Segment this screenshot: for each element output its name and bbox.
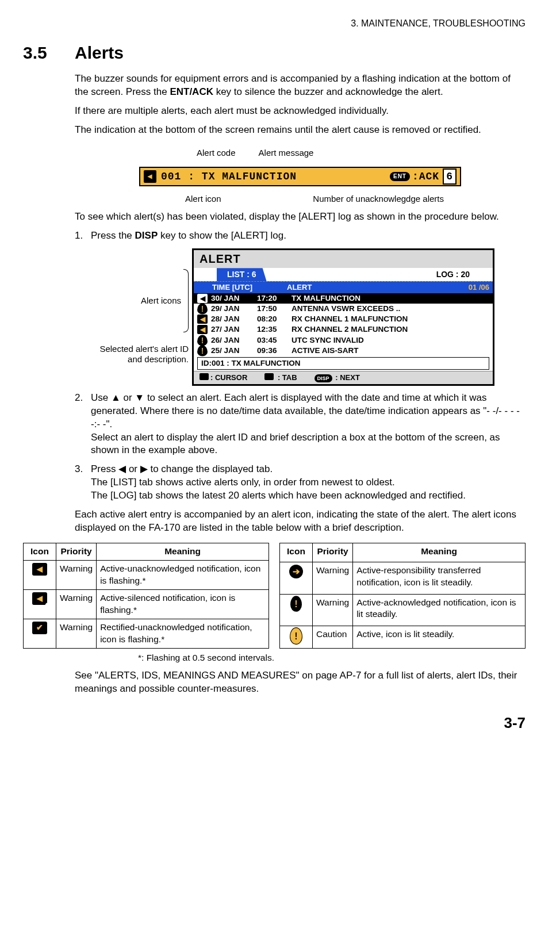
callout-alert-code: Alert code	[197, 147, 236, 159]
step-1: 1. Press the DISP key to show the [ALERT…	[75, 229, 526, 385]
brace-icon	[183, 269, 189, 332]
alert-row: !26/ JAN03:45UTC SYNC INVALID	[194, 335, 493, 346]
alert-icon-table: Icon Priority Meaning Warning Active-una…	[23, 543, 526, 648]
intro-para-3: The indication at the bottom of the scre…	[75, 124, 526, 137]
table-footnote: *: Flashing at 0.5 second intervals.	[138, 652, 526, 664]
screen-title: ALERT	[194, 250, 493, 268]
table-row: Warning Active-unacknowledged notificati…	[24, 561, 269, 590]
page-indicator: 01 /06	[469, 282, 489, 293]
callout-alert-message: Alert message	[259, 147, 314, 159]
callout-alert-icons: Alert icons	[141, 295, 181, 306]
ent-key-icon: ENT	[390, 172, 410, 181]
th-meaning: Meaning	[97, 543, 269, 561]
alert-row: ◀30/ JAN17:20TX MALFUNCTION	[194, 293, 493, 304]
para-icon-intro: Each active alert entry is accompanied b…	[75, 508, 526, 535]
table-row: Warning Active-acknowledged notification…	[280, 594, 526, 626]
ack-label: :ACK	[412, 170, 439, 183]
alert-sep: :	[188, 170, 195, 183]
footer-tab: : TAB	[264, 373, 297, 383]
th-priority: Priority	[313, 543, 353, 562]
speaker-icon: ◀	[197, 294, 208, 303]
warning-ack-icon	[290, 596, 302, 612]
alert-row: !29/ JAN17:50ANTENNA VSWR EXCEEDS ..	[194, 304, 493, 314]
selected-alert-detail: ID:001 : TX MALFUNCTION	[197, 357, 489, 370]
col-alert: ALERT	[287, 282, 469, 293]
exclamation-icon: !	[197, 335, 208, 346]
alert-log-screen: ALERT LIST : 6 LOG : 20 TIME [UTC] ALERT…	[192, 248, 494, 386]
section-heading: 3.5Alerts	[23, 41, 526, 65]
footer-cursor: : CURSOR	[200, 373, 247, 383]
alert-banner: ◀ 001 : TX MALFUNCTION ENT :ACK 6	[139, 167, 461, 186]
th-icon: Icon	[24, 543, 56, 561]
col-time: TIME [UTC]	[212, 282, 287, 293]
intro-para-2: If there are multiple alerts, each alert…	[75, 105, 526, 118]
tab-log: LOG : 20	[436, 269, 470, 280]
caution-active-icon	[290, 627, 302, 645]
page-number: 3-7	[23, 713, 526, 733]
alert-message: TX MALFUNCTION	[202, 170, 297, 183]
updown-icon	[200, 373, 209, 380]
exclamation-icon: !	[197, 303, 208, 314]
table-row: Warning Active-silenced notification, ic…	[24, 589, 269, 619]
th-priority: Priority	[56, 543, 97, 561]
alert-row: ◀27/ JAN12:35RX CHANNEL 2 MALFUNCTION	[194, 324, 493, 335]
table-row: Caution Active, icon is lit steadily.	[280, 626, 526, 648]
speaker-icon: ◀	[197, 315, 208, 324]
alert-row: ◀28/ JAN08:20RX CHANNEL 1 MALFUNCTION	[194, 314, 493, 324]
unack-count: 6	[443, 168, 457, 185]
speaker-icon: ◀	[197, 325, 208, 334]
alert-code: 001	[161, 170, 181, 183]
warning-unack-icon	[32, 563, 47, 576]
callout-unack-count: Number of unacknowlegdge alerts	[313, 193, 444, 205]
warning-transferred-icon	[289, 565, 303, 578]
para-see-appendix: See "ALERTS, IDS, MEANINGS AND MEASURES"…	[75, 669, 526, 696]
alert-log-figure: Alert icons Selected alert's alert ID an…	[91, 248, 526, 386]
alert-row: !25/ JAN09:36ACTIVE AIS-SART	[194, 346, 493, 356]
callout-alert-icon: Alert icon	[185, 193, 221, 205]
para-see-log: To see which alert(s) has been violated,…	[75, 210, 526, 224]
tab-list: LIST : 6	[217, 268, 267, 281]
exclamation-icon: !	[197, 345, 208, 356]
th-meaning: Meaning	[353, 543, 526, 562]
warning-silenced-icon	[32, 592, 47, 605]
callout-selected-detail: Selected alert's alert ID and descriptio…	[91, 344, 189, 365]
th-icon: Icon	[280, 543, 313, 562]
section-title: Alerts	[75, 43, 124, 62]
alert-icon: ◀	[144, 170, 156, 183]
disp-key-icon: DISP	[314, 374, 332, 382]
section-number: 3.5	[23, 41, 75, 65]
alert-banner-figure: Alert code Alert message ◀ 001 : TX MALF…	[139, 147, 461, 205]
running-header: 3. MAINTENANCE, TROUBLESHOOTING	[23, 17, 526, 30]
intro-para-1: The buzzer sounds for equipment errors a…	[75, 72, 526, 99]
step-2: 2.Use ▲ or ▼ to select an alert. Each al…	[75, 392, 526, 458]
table-row: Warning Active-responsibility transferre…	[280, 562, 526, 594]
footer-next: DISP : NEXT	[314, 373, 360, 383]
table-row: Warning Rectified-unacknowledged notific…	[24, 619, 269, 648]
step-3: 3.Press ◀ or ▶ to change the displayed t…	[75, 463, 526, 503]
leftright-icon	[264, 373, 274, 380]
warning-rectified-icon	[32, 622, 47, 634]
